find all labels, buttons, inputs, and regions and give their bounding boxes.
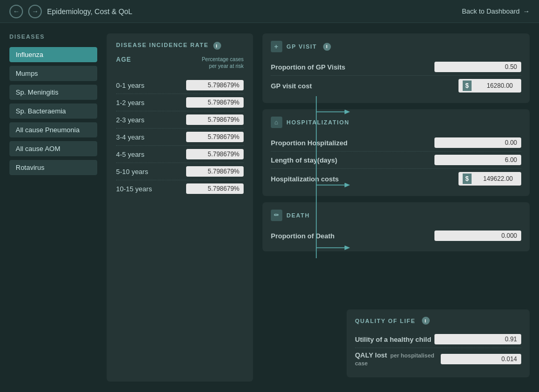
hospitalization-fields-row-1: Length of stay(days) — [271, 152, 521, 169]
rate-input-3[interactable] — [186, 132, 244, 142]
gp-visit-fields: Proportion of GP VisitsGP visit cost$162… — [271, 59, 521, 96]
qol-label-0: Utility of a healthy child — [355, 336, 431, 343]
gp-visit-fields-value-0[interactable] — [434, 62, 521, 72]
top-bar-left: ← → Epidemiology, Cost & QoL — [9, 5, 132, 18]
top-bar: ← → Epidemiology, Cost & QoL Back to Das… — [0, 0, 539, 23]
qol-row-1: QALY lostper hospitalised case — [355, 348, 521, 370]
hospitalization-title: ⌂ HOSPITALIZATION — [271, 117, 521, 128]
page-title: Epidemiology, Cost & QoL — [47, 7, 132, 16]
rate-input-0[interactable] — [186, 80, 244, 90]
gp-visit-fields-row-0: Proportion of GP Visits — [271, 59, 521, 76]
qol-label-1: QALY lostper hospitalised case — [355, 351, 441, 367]
back-nav-button[interactable]: ← — [9, 5, 23, 18]
forward-nav-button[interactable]: → — [28, 5, 42, 18]
disease-btn-all-cause-pneumonia[interactable]: All cause Pneumonia — [9, 122, 97, 137]
hospitalization-fields-row-2: Hospitalization costs$149622.00 — [271, 169, 521, 189]
incidence-row-5: 5-10 years — [116, 163, 244, 180]
arrow-right-icon: → — [523, 7, 530, 15]
incidence-row-2: 2-3 years — [116, 111, 244, 129]
rate-input-5[interactable] — [186, 166, 244, 177]
gp-visit-card: ＋ GP VISIT i Proportion of GP VisitsGP v… — [262, 33, 530, 103]
hospitalization-fields-value-2: $149622.00 — [458, 172, 521, 186]
gp-visit-fields-label-0: Proportion of GP Visits — [271, 63, 346, 71]
death-fields-value-0[interactable] — [434, 230, 521, 241]
hospitalization-fields-value-0[interactable] — [434, 137, 521, 148]
rate-input-1[interactable] — [186, 97, 244, 108]
qol-value-0[interactable] — [434, 334, 521, 344]
diseases-panel: DISEASES InfluenzaMumpsSp. MeningitisSp.… — [9, 33, 97, 382]
hospitalization-fields-label-1: Length of stay(days) — [271, 156, 337, 164]
incidence-row-4: 4-5 years — [116, 146, 244, 163]
age-range-2: 2-3 years — [116, 116, 144, 124]
incidence-row-1: 1-2 years — [116, 94, 244, 111]
incidence-panel-title: DISEASE INCIDENCE RATE i — [116, 42, 244, 50]
hospitalization-fields-label-0: Proportion Hospitalized — [271, 139, 348, 147]
disease-list: InfluenzaMumpsSp. MeningitisSp. Bacterae… — [9, 47, 97, 175]
hospitalization-fields-value-1[interactable] — [434, 155, 521, 165]
disease-btn-mumps[interactable]: Mumps — [9, 66, 97, 81]
disease-btn-sp-bacteraemia[interactable]: Sp. Bacteraemia — [9, 103, 97, 119]
rate-input-4[interactable] — [186, 149, 244, 159]
incidence-row-3: 3-4 years — [116, 129, 244, 146]
qol-value-1[interactable] — [441, 354, 521, 364]
hospitalization-fields-row-0: Proportion Hospitalized — [271, 134, 521, 152]
gp-visit-fields-value-1: $16280.00 — [458, 79, 521, 93]
qol-info-icon[interactable]: i — [422, 317, 430, 325]
rate-input-6[interactable] — [186, 183, 244, 194]
incidence-row-0: 0-1 years — [116, 77, 244, 94]
hospitalization-icon: ⌂ — [271, 117, 282, 128]
qol-fields: Utility of a healthy childQALY lostper h… — [355, 331, 521, 370]
age-range-1: 1-2 years — [116, 99, 144, 107]
incidence-info-icon[interactable]: i — [213, 42, 221, 50]
hospitalization-fields-label-2: Hospitalization costs — [271, 175, 339, 183]
gp-visit-title: ＋ GP VISIT i — [271, 41, 521, 52]
death-fields-row-0: Proportion of Death — [271, 227, 521, 244]
gp-visit-fields-row-1: GP visit cost$16280.00 — [271, 76, 521, 96]
age-header: AGE Percentage casesper year at risk — [116, 56, 244, 72]
death-title: ⚰ DEATH — [271, 210, 521, 221]
incidence-panel: DISEASE INCIDENCE RATE i AGE Percentage … — [107, 33, 253, 382]
age-range-4: 4-5 years — [116, 151, 144, 158]
back-to-dashboard-button[interactable]: Back to Dashboard → — [462, 7, 530, 15]
gp-visit-icon: ＋ — [271, 41, 282, 52]
qol-sublabel-1: per hospitalised case — [355, 352, 434, 366]
gp-visit-fields-label-1: GP visit cost — [271, 82, 312, 90]
qol-title: QUALITY OF LIFE i — [355, 317, 521, 325]
age-range-0: 0-1 years — [116, 82, 144, 89]
death-fields: Proportion of Death — [271, 227, 521, 244]
age-range-3: 3-4 years — [116, 133, 144, 141]
diseases-section-title: DISEASES — [9, 33, 97, 40]
rate-input-2[interactable] — [186, 114, 244, 125]
hospitalization-card: ⌂ HOSPITALIZATION Proportion Hospitalize… — [262, 109, 530, 196]
disease-btn-sp-meningitis[interactable]: Sp. Meningitis — [9, 85, 97, 100]
disease-btn-influenza[interactable]: Influenza — [9, 47, 97, 62]
death-card: ⚰ DEATH Proportion of Death — [262, 202, 530, 251]
qol-row-0: Utility of a healthy child — [355, 331, 521, 348]
incidence-rows: 0-1 years 1-2 years 2-3 years 3-4 years … — [116, 77, 244, 197]
hospitalization-fields: Proportion HospitalizedLength of stay(da… — [271, 134, 521, 189]
gp-visit-info-icon[interactable]: i — [323, 43, 331, 51]
dollar-sign-icon: $ — [463, 174, 472, 184]
age-range-5: 5-10 years — [116, 168, 148, 176]
age-range-6: 10-15 years — [116, 185, 152, 193]
pct-column-label: Percentage casesper year at risk — [202, 56, 244, 70]
age-column-label: AGE — [116, 56, 131, 63]
disease-btn-rotavirus[interactable]: Rotavirus — [9, 160, 97, 175]
death-fields-label-0: Proportion of Death — [271, 232, 335, 240]
disease-btn-all-cause-aom[interactable]: All cause AOM — [9, 141, 97, 156]
incidence-row-6: 10-15 years — [116, 180, 244, 197]
death-icon: ⚰ — [271, 210, 282, 221]
quality-of-life-card: QUALITY OF LIFE i Utility of a healthy c… — [347, 309, 530, 377]
dollar-sign-icon: $ — [463, 80, 472, 91]
